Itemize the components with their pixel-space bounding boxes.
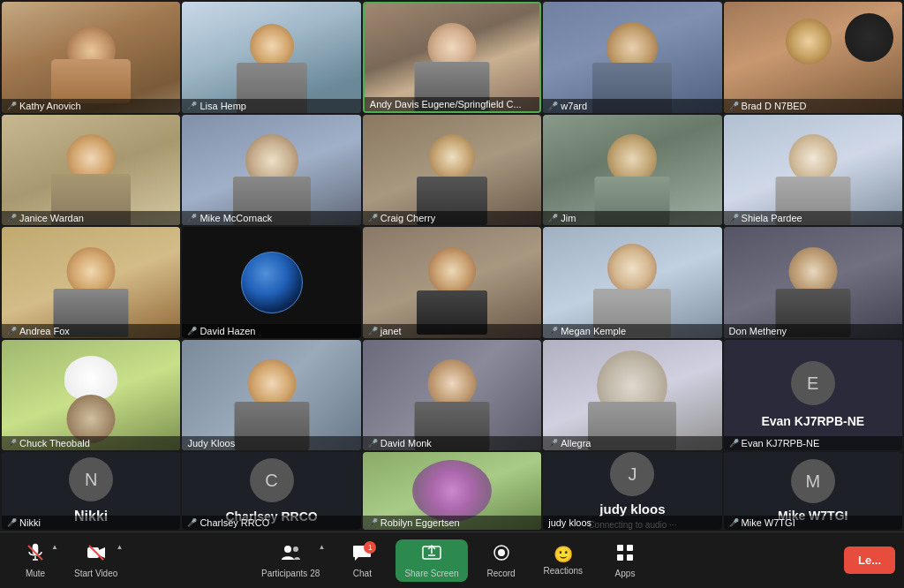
tile-charlsey: C Charlsey RRCO 🎤 Charlsey RRCO: [182, 452, 360, 530]
evan-mic: 🎤: [729, 439, 739, 448]
record-button[interactable]: Record: [475, 539, 528, 582]
video-arrow[interactable]: ▲: [116, 543, 123, 551]
david-m-name: 🎤 David Monk: [363, 436, 541, 450]
nikki-mic: 🎤: [7, 518, 17, 527]
svg-rect-15: [627, 545, 633, 551]
reactions-button[interactable]: 🙂 Reactions: [535, 541, 591, 579]
mute-arrow[interactable]: ▲: [51, 543, 58, 551]
video-grid: 🎤 Kathy Anovich 🎤 Lisa Hemp Andy Davis E…: [0, 0, 904, 531]
david-h-mic: 🎤: [187, 327, 197, 335]
mute-label: Mute: [26, 569, 45, 578]
robilyn-name: 🎤 Robilyn Eggertsen: [363, 516, 541, 530]
svg-rect-14: [617, 545, 623, 551]
apps-button[interactable]: Apps: [599, 539, 652, 582]
video-icon: [87, 543, 106, 567]
mike-w-name: 🎤 Mike W7TGI: [724, 516, 902, 530]
tile-david-m: 🎤 David Monk: [363, 340, 541, 451]
tile-robilyn: 🎤 Robilyn Eggertsen: [363, 452, 541, 530]
record-label: Record: [486, 569, 515, 578]
andy-name: Andy Davis Eugene/Springfield C...: [365, 97, 539, 111]
toolbar-center: Participants 28 ▲ Chat 1: [252, 539, 652, 582]
david-m-mic: 🎤: [368, 439, 378, 448]
craig-name: 🎤 Craig Cherry: [363, 211, 541, 225]
participants-arrow[interactable]: ▲: [318, 543, 325, 551]
participants-count: 28: [310, 569, 320, 578]
kathy-mic: 🎤: [7, 102, 17, 110]
brad-mic: 🎤: [729, 102, 739, 110]
brad-name: 🎤 Brad D N7BED: [724, 99, 902, 113]
chat-button[interactable]: Chat 1: [335, 539, 388, 582]
tile-shiela: 🎤 Shiela Pardee: [724, 115, 902, 226]
tile-judy-k: J judy kloos Connecting to audio ··· jud…: [543, 452, 721, 530]
janice-name: 🎤 Janice Wardan: [2, 211, 180, 225]
don-name: Don Metheny: [724, 324, 902, 338]
chat-badge: 1: [364, 541, 376, 554]
tile-judy: Judy Kloos: [182, 340, 360, 451]
megan-mic: 🎤: [548, 327, 558, 335]
reactions-label: Reactions: [544, 566, 583, 576]
judy-k-name: judy kloos: [543, 516, 721, 530]
tile-w7ard: 🎤 w7ard: [543, 2, 721, 113]
chuck-name: 🎤 Chuck Theobald: [2, 436, 180, 450]
craig-mic: 🎤: [368, 214, 378, 222]
nikki-name: 🎤 Nikki: [2, 516, 180, 530]
leave-button[interactable]: Le...: [844, 547, 895, 574]
toolbar-right: Le...: [844, 547, 895, 574]
jim-name: 🎤 Jim: [543, 211, 721, 225]
andrea-mic: 🎤: [7, 327, 17, 335]
tile-jim: 🎤 Jim: [543, 115, 721, 226]
allegra-mic: 🎤: [548, 439, 558, 448]
shiela-mic: 🎤: [729, 214, 739, 222]
tile-mike-w: M Mike W7TGI 🎤 Mike W7TGI: [724, 452, 902, 530]
megan-name: 🎤 Megan Kemple: [543, 324, 721, 338]
share-screen-icon: [422, 543, 441, 567]
tile-evan: E Evan KJ7RPB-NE 🎤 Evan KJ7RPB-NE: [724, 340, 902, 451]
chat-label: Chat: [353, 569, 372, 578]
svg-rect-16: [617, 554, 623, 561]
lisa-name: 🎤 Lisa Hemp: [182, 99, 360, 113]
allegra-name: 🎤 Allegra: [543, 436, 721, 450]
tile-kathy: 🎤 Kathy Anovich: [2, 2, 180, 113]
evan-name: 🎤 Evan KJ7RPB-NE: [724, 436, 902, 450]
mike-mic: 🎤: [187, 214, 197, 222]
tile-janice: 🎤 Janice Wardan: [2, 115, 180, 226]
tile-lisa: 🎤 Lisa Hemp: [182, 2, 360, 113]
reactions-icon: 🙂: [554, 545, 573, 564]
w7ard-mic: 🎤: [548, 102, 558, 110]
tile-craig: 🎤 Craig Cherry: [363, 115, 541, 226]
share-screen-button[interactable]: Share Screen: [396, 539, 467, 582]
participants-button[interactable]: Participants 28 ▲: [252, 539, 328, 582]
mute-button[interactable]: ▲ Mute: [9, 539, 62, 582]
participants-label: Participants: [261, 569, 307, 578]
mute-icon: [26, 543, 45, 567]
tile-megan: 🎤 Megan Kemple: [543, 227, 721, 338]
robilyn-mic: 🎤: [368, 518, 378, 527]
mike-name: 🎤 Mike McCornack: [182, 211, 360, 225]
tile-andrea: 🎤 Andrea Fox: [2, 227, 180, 338]
chuck-mic: 🎤: [7, 439, 17, 448]
charlsey-mic: 🎤: [187, 518, 197, 527]
video-label: Start Video: [74, 569, 117, 578]
video-button[interactable]: ▲ Start Video: [65, 539, 126, 582]
svg-point-8: [293, 547, 298, 552]
tile-andy: Andy Davis Eugene/Springfield C...: [363, 2, 541, 113]
svg-point-7: [284, 546, 291, 553]
janice-mic: 🎤: [7, 214, 17, 222]
svg-rect-17: [627, 554, 633, 561]
tile-david-h: 🎤 David Hazen: [182, 227, 360, 338]
tile-allegra: 🎤 Allegra: [543, 340, 721, 451]
participants-icon: [281, 543, 300, 567]
toolbar-left: ▲ Mute ▲ Start: [9, 539, 126, 582]
share-screen-label: Share Screen: [404, 569, 458, 578]
kathy-name: 🎤 Kathy Anovich: [2, 99, 180, 113]
tile-mike: 🎤 Mike McCornack: [182, 115, 360, 226]
shiela-name: 🎤 Shiela Pardee: [724, 211, 902, 225]
andrea-name: 🎤 Andrea Fox: [2, 324, 180, 338]
apps-icon: [615, 543, 635, 567]
tile-brad: 🎤 Brad D N7BED: [724, 2, 902, 113]
tile-janet: 🎤 janet: [363, 227, 541, 338]
mike-w-mic: 🎤: [729, 518, 739, 527]
tile-nikki: N Nikki 🎤 Nikki: [2, 452, 180, 530]
tile-chuck: 🎤 Chuck Theobald: [2, 340, 180, 451]
charlsey-name: 🎤 Charlsey RRCO: [182, 516, 360, 530]
